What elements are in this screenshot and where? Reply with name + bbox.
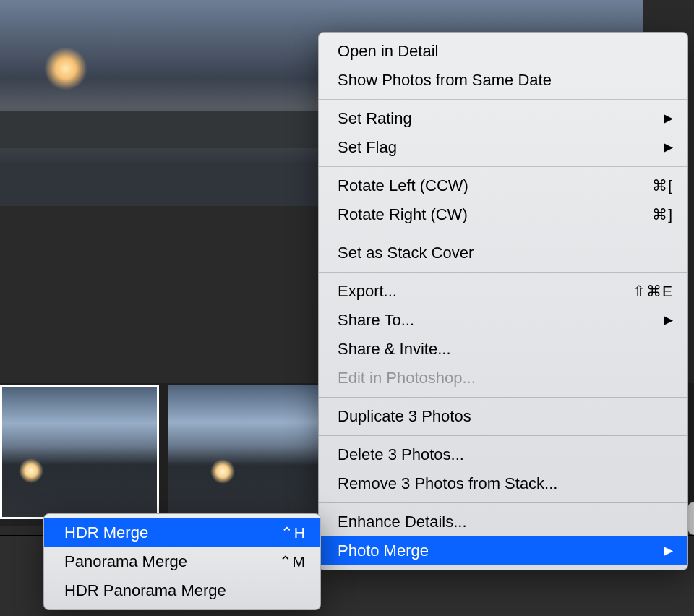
menu-label: Remove 3 Photos from Stack... xyxy=(338,472,557,495)
side-tab-handle[interactable] xyxy=(687,502,694,535)
submenu-item-hdr-panorama-merge[interactable]: HDR Panorama Merge xyxy=(44,576,320,605)
menu-label: Set as Stack Cover xyxy=(338,241,474,265)
menu-label: Share To... xyxy=(338,309,414,332)
menu-item-open-detail[interactable]: Open in Detail xyxy=(319,37,687,66)
menu-item-enhance-details[interactable]: Enhance Details... xyxy=(319,508,687,536)
menu-item-remove-stack[interactable]: Remove 3 Photos from Stack... xyxy=(319,469,687,498)
menu-label: Panorama Merge xyxy=(64,550,187,573)
menu-item-share-invite[interactable]: Share & Invite... xyxy=(319,335,687,364)
menu-label: Edit in Photoshop... xyxy=(338,367,476,390)
menu-item-rotate-right[interactable]: Rotate Right (CW) ⌘] xyxy=(319,200,687,229)
menu-label: Open in Detail xyxy=(338,40,438,63)
submenu-item-hdr-merge[interactable]: HDR Merge ⌃H xyxy=(44,518,320,547)
menu-item-edit-photoshop: Edit in Photoshop... xyxy=(319,364,687,393)
thumbnail-1[interactable] xyxy=(0,385,159,519)
menu-label: Set Flag xyxy=(338,136,397,159)
photo-highlight xyxy=(40,43,91,94)
thumb-highlight xyxy=(208,457,237,486)
menu-label: Duplicate 3 Photos xyxy=(338,405,471,428)
menu-item-same-date[interactable]: Show Photos from Same Date xyxy=(319,66,687,95)
menu-label: Set Rating xyxy=(338,107,412,130)
menu-item-export[interactable]: Export... ⇧⌘E xyxy=(319,277,687,306)
submenu-arrow-icon: ▶ xyxy=(664,136,673,159)
submenu-item-panorama-merge[interactable]: Panorama Merge ⌃M xyxy=(44,547,320,576)
menu-label: Rotate Left (CCW) xyxy=(338,174,468,197)
menu-label: Show Photos from Same Date xyxy=(338,69,552,92)
menu-label: Delete 3 Photos... xyxy=(338,443,464,466)
menu-label: Export... xyxy=(338,280,397,303)
menu-item-rotate-left[interactable]: Rotate Left (CCW) ⌘[ xyxy=(319,171,687,200)
menu-separator xyxy=(319,166,687,167)
menu-item-photo-merge[interactable]: Photo Merge ▶ xyxy=(319,536,687,565)
menu-label: Rotate Right (CW) xyxy=(338,203,468,226)
menu-item-duplicate[interactable]: Duplicate 3 Photos xyxy=(319,402,687,431)
menu-separator xyxy=(319,234,687,234)
thumb-highlight xyxy=(17,456,46,485)
menu-separator xyxy=(319,502,687,503)
menu-shortcut: ⇧⌘E xyxy=(633,280,673,303)
menu-item-share-to[interactable]: Share To... ▶ xyxy=(319,306,687,335)
photo-merge-submenu: HDR Merge ⌃H Panorama Merge ⌃M HDR Panor… xyxy=(43,513,321,610)
menu-shortcut: ⌃H xyxy=(280,521,306,544)
thumbnail-2[interactable] xyxy=(168,385,327,519)
menu-label: Enhance Details... xyxy=(338,510,467,534)
menu-separator xyxy=(319,99,687,100)
menu-separator xyxy=(319,397,687,398)
context-menu: Open in Detail Show Photos from Same Dat… xyxy=(318,32,688,570)
submenu-arrow-icon: ▶ xyxy=(664,309,673,332)
menu-shortcut: ⌘[ xyxy=(652,174,673,197)
menu-item-stack-cover[interactable]: Set as Stack Cover xyxy=(319,239,687,268)
menu-shortcut: ⌘] xyxy=(652,203,673,226)
menu-item-set-rating[interactable]: Set Rating ▶ xyxy=(319,104,687,133)
submenu-arrow-icon: ▶ xyxy=(664,539,673,562)
menu-label: Share & Invite... xyxy=(338,338,451,361)
menu-label: Photo Merge xyxy=(338,539,429,562)
menu-item-delete[interactable]: Delete 3 Photos... xyxy=(319,440,687,469)
menu-separator xyxy=(319,435,687,436)
menu-label: HDR Panorama Merge xyxy=(64,579,226,602)
menu-label: HDR Merge xyxy=(64,521,148,544)
app-viewport: Open in Detail Show Photos from Same Dat… xyxy=(0,0,694,616)
menu-shortcut: ⌃M xyxy=(279,550,307,573)
submenu-arrow-icon: ▶ xyxy=(664,107,673,130)
menu-separator xyxy=(319,272,687,273)
menu-item-set-flag[interactable]: Set Flag ▶ xyxy=(319,133,687,162)
